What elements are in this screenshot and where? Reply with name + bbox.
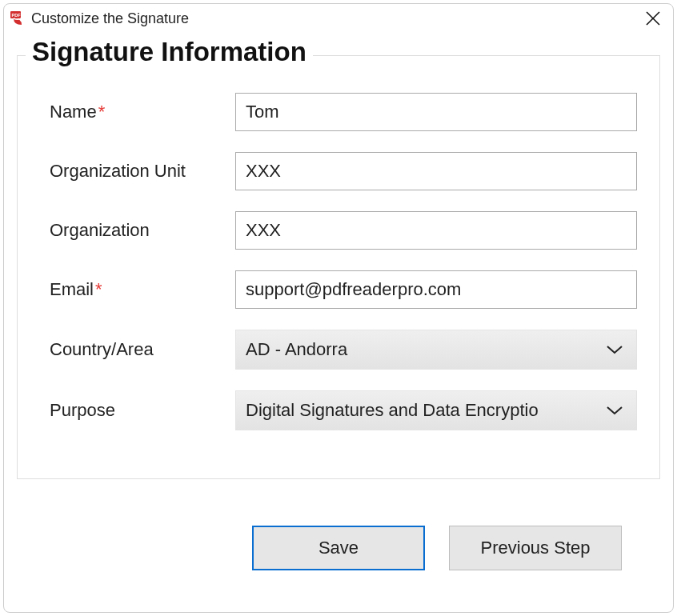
close-icon: [646, 11, 660, 26]
svg-text:PDF: PDF: [12, 13, 22, 18]
row-name: Name*: [50, 93, 637, 131]
email-label: Email*: [50, 279, 235, 300]
row-org-unit: Organization Unit: [50, 152, 637, 190]
app-icon: PDF: [10, 10, 26, 26]
org-label: Organization: [50, 220, 235, 241]
dialog-content: Signature Information Name* Organization…: [4, 31, 673, 570]
org-unit-label: Organization Unit: [50, 161, 235, 182]
required-mark: *: [95, 279, 102, 299]
email-input[interactable]: [235, 270, 637, 309]
country-select[interactable]: AD - Andorra: [235, 330, 637, 370]
button-row: Save Previous Step: [17, 479, 660, 570]
name-input[interactable]: [235, 93, 637, 131]
purpose-label: Purpose: [50, 400, 235, 421]
chevron-down-icon: [606, 405, 623, 416]
window-title: Customize the Signature: [31, 10, 189, 27]
row-org: Organization: [50, 211, 637, 250]
org-input[interactable]: [235, 211, 637, 250]
previous-step-button[interactable]: Previous Step: [449, 526, 622, 570]
signature-info-section: Signature Information Name* Organization…: [17, 55, 660, 479]
dialog-window: PDF Customize the Signature Signature In…: [3, 3, 674, 613]
purpose-select[interactable]: Digital Signatures and Data Encryptio: [235, 390, 637, 430]
section-legend: Signature Information: [26, 37, 313, 67]
purpose-value: Digital Signatures and Data Encryptio: [246, 400, 539, 421]
chevron-down-icon: [606, 344, 623, 355]
country-value: AD - Andorra: [246, 339, 347, 360]
country-label: Country/Area: [50, 339, 235, 360]
name-label: Name*: [50, 102, 235, 122]
close-button[interactable]: [641, 6, 665, 30]
row-email: Email*: [50, 270, 637, 309]
save-button[interactable]: Save: [252, 526, 425, 570]
row-purpose: Purpose Digital Signatures and Data Encr…: [50, 390, 637, 430]
required-mark: *: [98, 102, 106, 122]
row-country: Country/Area AD - Andorra: [50, 330, 637, 370]
titlebar: PDF Customize the Signature: [4, 4, 673, 31]
org-unit-input[interactable]: [235, 152, 637, 190]
